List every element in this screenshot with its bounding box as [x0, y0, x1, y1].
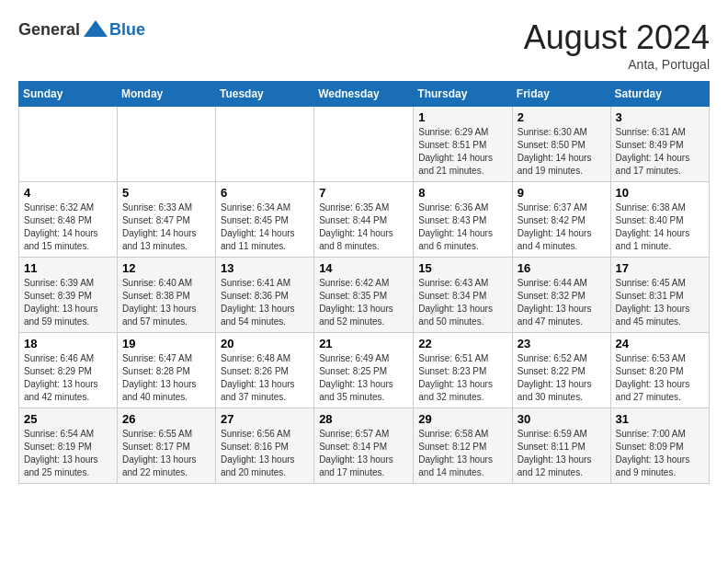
day-info: Sunrise: 6:31 AM Sunset: 8:49 PM Dayligh… — [616, 126, 704, 178]
day-number: 5 — [122, 186, 210, 200]
header-day-monday: Monday — [117, 82, 215, 107]
day-number: 4 — [24, 186, 112, 200]
calendar-cell: 20Sunrise: 6:48 AM Sunset: 8:26 PM Dayli… — [215, 333, 313, 408]
logo-icon — [82, 18, 109, 41]
calendar-cell: 27Sunrise: 6:56 AM Sunset: 8:16 PM Dayli… — [215, 408, 313, 484]
day-number: 17 — [616, 261, 704, 275]
day-number: 29 — [418, 412, 507, 426]
header-day-friday: Friday — [512, 82, 610, 107]
day-number: 28 — [319, 412, 408, 426]
day-number: 6 — [221, 186, 309, 200]
week-row-4: 18Sunrise: 6:46 AM Sunset: 8:29 PM Dayli… — [19, 333, 710, 408]
day-number: 14 — [319, 261, 408, 275]
header-day-sunday: Sunday — [19, 82, 118, 107]
page-header: General Blue August 2024 Anta, Portugal — [18, 18, 710, 72]
day-number: 21 — [319, 337, 408, 350]
day-info: Sunrise: 6:43 AM Sunset: 8:34 PM Dayligh… — [418, 277, 507, 328]
day-number: 26 — [122, 412, 210, 426]
calendar-cell: 25Sunrise: 6:54 AM Sunset: 8:19 PM Dayli… — [19, 408, 118, 484]
logo: General Blue — [18, 18, 145, 41]
day-number: 20 — [221, 337, 309, 350]
day-number: 16 — [518, 261, 606, 275]
day-info: Sunrise: 6:38 AM Sunset: 8:40 PM Dayligh… — [616, 201, 704, 253]
day-number: 10 — [616, 186, 704, 200]
day-info: Sunrise: 6:32 AM Sunset: 8:48 PM Dayligh… — [24, 201, 112, 253]
day-number: 9 — [518, 186, 606, 200]
header-day-wednesday: Wednesday — [314, 82, 414, 107]
day-info: Sunrise: 6:51 AM Sunset: 8:23 PM Dayligh… — [418, 352, 507, 404]
calendar-cell: 29Sunrise: 6:58 AM Sunset: 8:12 PM Dayli… — [414, 408, 513, 484]
day-number: 23 — [518, 337, 606, 350]
calendar-cell: 22Sunrise: 6:51 AM Sunset: 8:23 PM Dayli… — [414, 333, 513, 408]
day-info: Sunrise: 6:42 AM Sunset: 8:35 PM Dayligh… — [319, 277, 408, 328]
day-info: Sunrise: 6:56 AM Sunset: 8:16 PM Dayligh… — [221, 428, 309, 479]
header-row: SundayMondayTuesdayWednesdayThursdayFrid… — [19, 82, 710, 107]
day-info: Sunrise: 6:34 AM Sunset: 8:45 PM Dayligh… — [221, 201, 309, 253]
day-info: Sunrise: 6:29 AM Sunset: 8:51 PM Dayligh… — [418, 126, 507, 178]
calendar-cell: 26Sunrise: 6:55 AM Sunset: 8:17 PM Dayli… — [117, 408, 215, 484]
day-info: Sunrise: 6:47 AM Sunset: 8:28 PM Dayligh… — [122, 352, 210, 404]
day-number: 22 — [418, 337, 507, 350]
calendar-cell: 14Sunrise: 6:42 AM Sunset: 8:35 PM Dayli… — [314, 258, 414, 333]
calendar-cell: 2Sunrise: 6:30 AM Sunset: 8:50 PM Daylig… — [512, 107, 610, 182]
calendar-cell: 21Sunrise: 6:49 AM Sunset: 8:25 PM Dayli… — [314, 333, 414, 408]
day-info: Sunrise: 6:55 AM Sunset: 8:17 PM Dayligh… — [122, 428, 210, 479]
logo-text-blue: Blue — [109, 20, 145, 40]
day-number: 18 — [24, 337, 112, 350]
day-info: Sunrise: 6:30 AM Sunset: 8:50 PM Dayligh… — [518, 126, 606, 178]
day-info: Sunrise: 6:45 AM Sunset: 8:31 PM Dayligh… — [616, 277, 704, 328]
week-row-1: 1Sunrise: 6:29 AM Sunset: 8:51 PM Daylig… — [19, 107, 710, 182]
calendar-cell: 9Sunrise: 6:37 AM Sunset: 8:42 PM Daylig… — [512, 182, 610, 258]
day-number: 13 — [221, 261, 309, 275]
calendar-cell: 7Sunrise: 6:35 AM Sunset: 8:44 PM Daylig… — [314, 182, 414, 258]
week-row-2: 4Sunrise: 6:32 AM Sunset: 8:48 PM Daylig… — [19, 182, 710, 258]
day-info: Sunrise: 6:41 AM Sunset: 8:36 PM Dayligh… — [221, 277, 309, 328]
header-day-saturday: Saturday — [610, 82, 709, 107]
header-day-tuesday: Tuesday — [215, 82, 313, 107]
day-info: Sunrise: 6:53 AM Sunset: 8:20 PM Dayligh… — [616, 352, 704, 404]
day-info: Sunrise: 6:49 AM Sunset: 8:25 PM Dayligh… — [319, 352, 408, 404]
calendar-cell: 6Sunrise: 6:34 AM Sunset: 8:45 PM Daylig… — [215, 182, 313, 258]
day-info: Sunrise: 6:44 AM Sunset: 8:32 PM Dayligh… — [518, 277, 606, 328]
header-day-thursday: Thursday — [414, 82, 513, 107]
calendar-cell: 13Sunrise: 6:41 AM Sunset: 8:36 PM Dayli… — [215, 258, 313, 333]
calendar-cell: 17Sunrise: 6:45 AM Sunset: 8:31 PM Dayli… — [610, 258, 709, 333]
location: Anta, Portugal — [524, 57, 710, 72]
calendar-cell — [314, 107, 414, 182]
day-number: 30 — [518, 412, 606, 426]
day-number: 12 — [122, 261, 210, 275]
day-info: Sunrise: 6:39 AM Sunset: 8:39 PM Dayligh… — [24, 277, 112, 328]
week-row-3: 11Sunrise: 6:39 AM Sunset: 8:39 PM Dayli… — [19, 258, 710, 333]
day-number: 2 — [518, 110, 606, 124]
day-info: Sunrise: 6:35 AM Sunset: 8:44 PM Dayligh… — [319, 201, 408, 253]
calendar-cell: 11Sunrise: 6:39 AM Sunset: 8:39 PM Dayli… — [19, 258, 118, 333]
day-number: 11 — [24, 261, 112, 275]
week-row-5: 25Sunrise: 6:54 AM Sunset: 8:19 PM Dayli… — [19, 408, 710, 484]
day-number: 8 — [418, 186, 507, 200]
day-info: Sunrise: 7:00 AM Sunset: 8:09 PM Dayligh… — [616, 428, 704, 479]
day-info: Sunrise: 6:59 AM Sunset: 8:11 PM Dayligh… — [518, 428, 606, 479]
calendar-cell: 24Sunrise: 6:53 AM Sunset: 8:20 PM Dayli… — [610, 333, 709, 408]
calendar-cell: 12Sunrise: 6:40 AM Sunset: 8:38 PM Dayli… — [117, 258, 215, 333]
calendar-cell: 5Sunrise: 6:33 AM Sunset: 8:47 PM Daylig… — [117, 182, 215, 258]
calendar-cell — [117, 107, 215, 182]
day-info: Sunrise: 6:48 AM Sunset: 8:26 PM Dayligh… — [221, 352, 309, 404]
day-number: 19 — [122, 337, 210, 350]
day-info: Sunrise: 6:52 AM Sunset: 8:22 PM Dayligh… — [518, 352, 606, 404]
day-info: Sunrise: 6:40 AM Sunset: 8:38 PM Dayligh… — [122, 277, 210, 328]
day-number: 31 — [616, 412, 704, 426]
calendar-cell: 1Sunrise: 6:29 AM Sunset: 8:51 PM Daylig… — [414, 107, 513, 182]
calendar-cell — [215, 107, 313, 182]
day-number: 3 — [616, 110, 704, 124]
day-number: 15 — [418, 261, 507, 275]
calendar-cell: 28Sunrise: 6:57 AM Sunset: 8:14 PM Dayli… — [314, 408, 414, 484]
month-year: August 2024 — [524, 18, 710, 57]
day-number: 25 — [24, 412, 112, 426]
day-info: Sunrise: 6:54 AM Sunset: 8:19 PM Dayligh… — [24, 428, 112, 479]
calendar-cell: 18Sunrise: 6:46 AM Sunset: 8:29 PM Dayli… — [19, 333, 118, 408]
calendar-cell: 4Sunrise: 6:32 AM Sunset: 8:48 PM Daylig… — [19, 182, 118, 258]
day-info: Sunrise: 6:57 AM Sunset: 8:14 PM Dayligh… — [319, 428, 408, 479]
calendar-cell: 15Sunrise: 6:43 AM Sunset: 8:34 PM Dayli… — [414, 258, 513, 333]
logo-text-general: General — [18, 20, 80, 40]
title-area: August 2024 Anta, Portugal — [524, 18, 710, 72]
